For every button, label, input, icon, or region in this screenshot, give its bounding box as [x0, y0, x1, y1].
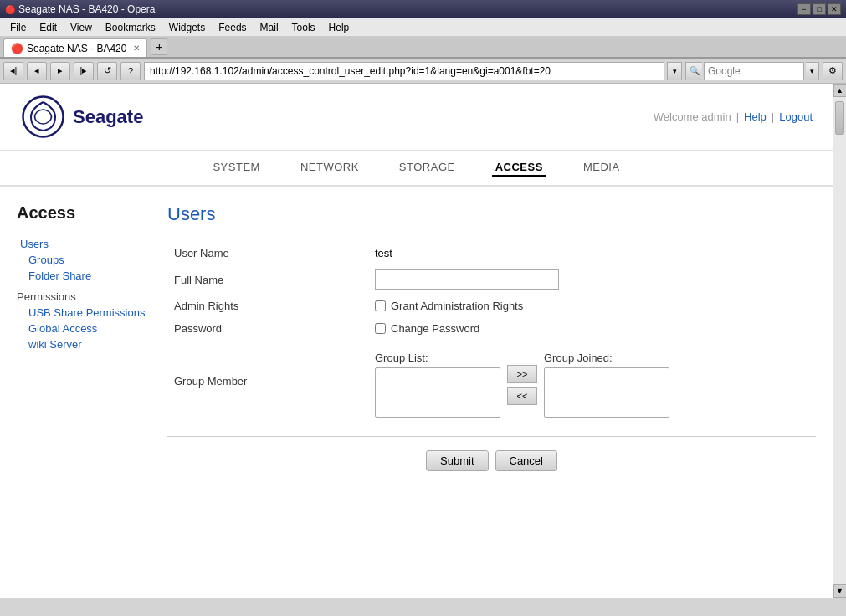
- grant-admin-text: Grant Administration Rights: [391, 300, 523, 312]
- scroll-down-button[interactable]: ▼: [833, 584, 847, 598]
- group-list-select[interactable]: [375, 367, 500, 418]
- page-container: Seagate Welcome admin | Help | Logout SY…: [0, 84, 846, 598]
- group-arrows: >> <<: [507, 365, 537, 405]
- group-member-cell: Group List: >> << Grou: [368, 340, 816, 423]
- nav-back-icon: ◂|: [10, 65, 18, 76]
- submit-button[interactable]: Submit: [426, 450, 488, 471]
- change-password-checkbox[interactable]: [375, 323, 386, 334]
- scroll-up-button[interactable]: ▲: [833, 84, 847, 97]
- form-area: Users User Name test Full Name Admin Rig…: [167, 203, 816, 588]
- search-dropdown-button[interactable]: ▾: [806, 62, 819, 80]
- menu-feeds[interactable]: Feeds: [212, 20, 253, 35]
- browser-title: Seagate NAS - BA420 - Opera: [18, 3, 797, 15]
- close-button[interactable]: ✕: [828, 3, 841, 15]
- group-member-row: Group Member Group List:: [167, 340, 816, 423]
- search-engine-icon: 🔍: [685, 62, 702, 80]
- logo-text: Seagate: [73, 106, 143, 128]
- main-layout: Access Users Groups Folder Share Permiss…: [0, 187, 833, 598]
- sidebar-item-usb-share-permissions[interactable]: USB Share Permissions: [17, 305, 151, 321]
- admin-rights-label: Admin Rights: [167, 295, 368, 317]
- group-joined-container: Group Joined:: [544, 352, 669, 418]
- sidebar-title: Access: [17, 203, 151, 223]
- fullname-input[interactable]: [375, 270, 559, 290]
- menu-widgets[interactable]: Widgets: [162, 20, 212, 35]
- header-sep2: |: [772, 110, 774, 123]
- move-right-button[interactable]: >>: [507, 365, 537, 383]
- scrollbar: ▲ ▼: [833, 84, 846, 598]
- nav-prev-button[interactable]: ◂: [27, 62, 47, 80]
- search-input[interactable]: [704, 62, 804, 80]
- fullname-cell: [368, 264, 816, 295]
- scrollbar-thumb[interactable]: [835, 101, 844, 135]
- sidebar-item-folder-share[interactable]: Folder Share: [17, 268, 151, 284]
- nav-end-icon: |▸: [80, 65, 88, 76]
- move-left-button[interactable]: <<: [507, 387, 537, 405]
- group-list-container: Group List:: [375, 352, 500, 418]
- grant-admin-label[interactable]: Grant Administration Rights: [375, 300, 809, 312]
- menu-file[interactable]: File: [3, 20, 33, 35]
- favicon-icon: 🔴: [5, 5, 15, 14]
- nav-network[interactable]: NETWORK: [297, 159, 362, 177]
- reload-icon: ↺: [104, 65, 111, 76]
- group-row: Group List: >> << Grou: [375, 352, 809, 418]
- opera-menu-button[interactable]: ⚙: [823, 62, 843, 80]
- sidebar-item-wiki-server[interactable]: wiki Server: [17, 336, 151, 352]
- nav-system[interactable]: SYSTEM: [209, 159, 263, 177]
- form-divider: [167, 436, 816, 437]
- nav-access[interactable]: ACCESS: [492, 159, 546, 177]
- help-link[interactable]: Help: [744, 110, 767, 123]
- maximize-button[interactable]: □: [813, 3, 826, 15]
- nav-forward-button[interactable]: ▸: [50, 62, 70, 80]
- menu-tools[interactable]: Tools: [285, 20, 322, 35]
- reload-button[interactable]: ↺: [97, 62, 117, 80]
- new-tab-button[interactable]: +: [151, 38, 167, 55]
- grant-admin-checkbox[interactable]: [375, 300, 386, 311]
- username-label: User Name: [167, 242, 368, 264]
- sidebar-item-users[interactable]: Users: [17, 236, 151, 252]
- menu-mail[interactable]: Mail: [254, 20, 285, 35]
- address-bar[interactable]: [144, 62, 664, 80]
- opera-icon: ⚙: [828, 65, 837, 76]
- password-cell: Change Password: [368, 317, 816, 340]
- menu-bookmarks[interactable]: Bookmarks: [99, 20, 162, 35]
- sidebar-item-global-access[interactable]: Global Access: [17, 321, 151, 336]
- menu-help[interactable]: Help: [322, 20, 356, 35]
- nav-prev-icon: ◂: [34, 65, 39, 76]
- info-icon: ?: [128, 66, 133, 76]
- tab-close-button[interactable]: ✕: [133, 44, 140, 53]
- browser-toolbar: ◂| ◂ ▸ |▸ ↺ ? ▾ 🔍 ▾ ⚙: [0, 59, 846, 84]
- address-bar-container: ▾: [144, 62, 682, 80]
- address-dropdown-button[interactable]: ▾: [667, 62, 682, 80]
- active-tab[interactable]: 🔴 Seagate NAS - BA420 ✕: [3, 38, 147, 57]
- info-button[interactable]: ?: [120, 62, 141, 80]
- window-controls: − □ ✕: [797, 3, 841, 15]
- nav-end-button[interactable]: |▸: [74, 62, 94, 80]
- change-password-text: Change Password: [391, 322, 479, 335]
- content-area: Seagate Welcome admin | Help | Logout SY…: [0, 84, 833, 598]
- tab-label: Seagate NAS - BA420: [27, 43, 126, 54]
- group-joined-select[interactable]: [544, 367, 669, 418]
- sidebar-header-permissions: Permissions: [17, 289, 151, 305]
- nav-back-button[interactable]: ◂|: [3, 62, 23, 80]
- cancel-button[interactable]: Cancel: [495, 450, 557, 471]
- scrollbar-track: [833, 97, 846, 584]
- status-bar: [0, 598, 846, 616]
- action-buttons: Submit Cancel: [167, 450, 816, 471]
- nav-storage[interactable]: STORAGE: [396, 159, 459, 177]
- form-title: Users: [167, 203, 816, 225]
- change-password-label[interactable]: Change Password: [375, 322, 809, 335]
- logout-link[interactable]: Logout: [779, 110, 813, 123]
- nav-media[interactable]: MEDIA: [580, 159, 623, 177]
- menu-edit[interactable]: Edit: [33, 20, 64, 35]
- nav-forward-icon: ▸: [58, 65, 63, 76]
- sidebar-item-groups[interactable]: Groups: [17, 252, 151, 268]
- admin-rights-row: Admin Rights Grant Administration Rights: [167, 295, 816, 317]
- sidebar: Access Users Groups Folder Share Permiss…: [17, 203, 151, 588]
- minimize-button[interactable]: −: [797, 3, 811, 15]
- group-member-label: Group Member: [167, 340, 368, 423]
- seagate-logo: Seagate: [20, 94, 143, 140]
- logo-icon: [20, 94, 66, 140]
- menu-view[interactable]: View: [64, 20, 99, 35]
- browser-titlebar: 🔴 Seagate NAS - BA420 - Opera − □ ✕: [0, 0, 846, 18]
- header-sep1: |: [736, 110, 739, 123]
